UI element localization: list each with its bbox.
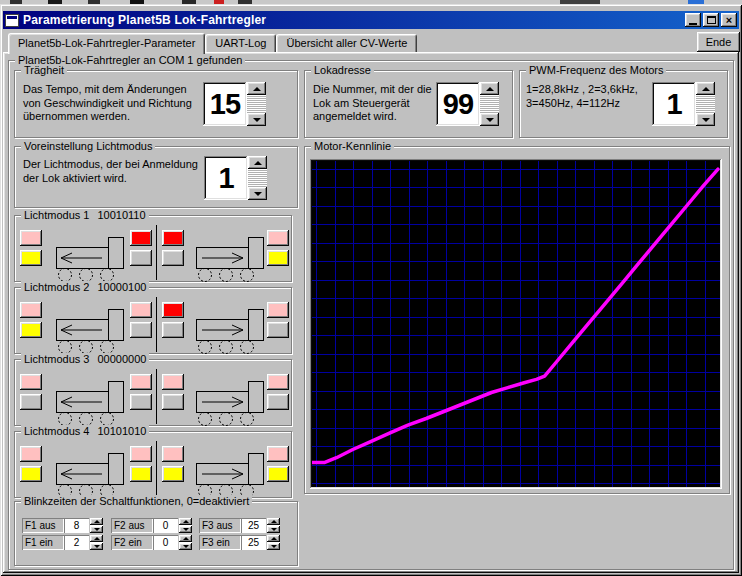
spin-up-button[interactable] bbox=[90, 535, 103, 542]
locomotive-left-icon bbox=[46, 302, 126, 354]
light-button[interactable] bbox=[130, 374, 152, 390]
pwm-spinner[interactable] bbox=[696, 82, 715, 126]
light-button[interactable] bbox=[20, 302, 42, 318]
lokadresse-value: 99 bbox=[436, 82, 480, 126]
spin-down-button[interactable] bbox=[90, 526, 103, 533]
spin-down-button[interactable] bbox=[247, 113, 266, 126]
f2-ein-spinner[interactable] bbox=[179, 535, 192, 550]
spin-down-button[interactable] bbox=[179, 543, 192, 550]
arrow-up-icon bbox=[254, 161, 262, 165]
lokadresse-spinner[interactable] bbox=[480, 82, 499, 126]
spin-down-button[interactable] bbox=[90, 543, 103, 550]
group-label: Lichtmodus 110010110 bbox=[21, 209, 149, 222]
tab-uart-log[interactable]: UART-Log bbox=[205, 34, 276, 52]
light-button[interactable] bbox=[130, 466, 152, 482]
lichtmodus-1-group: Lichtmodus 110010110 bbox=[14, 215, 292, 282]
light-button[interactable] bbox=[162, 322, 184, 338]
spin-up-button[interactable] bbox=[179, 535, 192, 542]
traegheit-description: Das Tempo, mit dem Änderungen von Geschw… bbox=[23, 83, 201, 124]
f2-aus-spinner[interactable] bbox=[179, 518, 192, 533]
light-button[interactable] bbox=[130, 446, 152, 462]
spin-down-button[interactable] bbox=[267, 543, 280, 550]
light-button[interactable] bbox=[267, 374, 289, 390]
light-button[interactable] bbox=[20, 394, 42, 410]
arrow-up-icon bbox=[183, 520, 189, 523]
divider bbox=[156, 225, 157, 280]
light-button[interactable] bbox=[267, 446, 289, 462]
loco-forward-panel bbox=[162, 444, 289, 498]
spinner-track[interactable] bbox=[696, 95, 715, 113]
light-button[interactable] bbox=[162, 446, 184, 462]
spin-down-button[interactable] bbox=[179, 526, 192, 533]
light-button[interactable] bbox=[162, 466, 184, 482]
spinner-track[interactable] bbox=[248, 169, 267, 187]
spinner-track[interactable] bbox=[480, 95, 499, 113]
light-button[interactable] bbox=[162, 302, 184, 318]
spin-up-button[interactable] bbox=[247, 82, 266, 95]
light-button[interactable] bbox=[162, 374, 184, 390]
light-button[interactable] bbox=[267, 230, 289, 246]
f3-ein-spinner[interactable] bbox=[267, 535, 280, 550]
maximize-button[interactable] bbox=[703, 13, 719, 27]
f1-aus-spinner[interactable] bbox=[90, 518, 103, 533]
locomotive-left-icon bbox=[46, 446, 126, 498]
spin-up-button[interactable] bbox=[696, 82, 715, 95]
group-label: PWM-Frequenz des Motors bbox=[526, 64, 666, 77]
light-button[interactable] bbox=[162, 250, 184, 266]
f2-aus-label: F2 aus bbox=[111, 518, 153, 533]
spin-down-button[interactable] bbox=[696, 113, 715, 126]
light-button[interactable] bbox=[20, 322, 42, 338]
light-button[interactable] bbox=[267, 302, 289, 318]
spin-up-button[interactable] bbox=[480, 82, 499, 95]
arrow-down-icon bbox=[183, 528, 189, 531]
lichtmodus-3-group: Lichtmodus 300000000 bbox=[14, 359, 292, 426]
voreinstellung-group: Voreinstellung Lichtmodus Der Lichtmodus… bbox=[14, 146, 298, 208]
light-button[interactable] bbox=[267, 394, 289, 410]
minimize-button[interactable] bbox=[685, 13, 701, 27]
light-button[interactable] bbox=[130, 230, 152, 246]
tab-parameter[interactable]: Planet5b-Lok-Fahrtregler-Parameter bbox=[8, 33, 205, 54]
arrow-up-icon bbox=[94, 537, 100, 540]
spin-up-button[interactable] bbox=[267, 535, 280, 542]
spin-down-button[interactable] bbox=[480, 113, 499, 126]
f3-aus-spinner[interactable] bbox=[267, 518, 280, 533]
light-button[interactable] bbox=[130, 322, 152, 338]
spin-down-button[interactable] bbox=[267, 526, 280, 533]
f1-ein-value: 2 bbox=[64, 535, 89, 550]
spin-up-button[interactable] bbox=[267, 518, 280, 525]
light-button[interactable] bbox=[130, 302, 152, 318]
ende-button[interactable]: Ende bbox=[697, 32, 740, 52]
spinner-track[interactable] bbox=[247, 95, 266, 113]
traegheit-value: 15 bbox=[203, 82, 247, 126]
spin-up-button[interactable] bbox=[248, 156, 267, 169]
light-button[interactable] bbox=[267, 466, 289, 482]
bit-pattern: 10000100 bbox=[97, 281, 146, 293]
lokadresse-description: Die Nummer, mit der die Lok am Steuerger… bbox=[313, 83, 437, 124]
light-button[interactable] bbox=[162, 394, 184, 410]
voreinstellung-value: 1 bbox=[204, 156, 248, 200]
light-button[interactable] bbox=[267, 250, 289, 266]
light-button[interactable] bbox=[130, 250, 152, 266]
light-button[interactable] bbox=[267, 322, 289, 338]
light-button[interactable] bbox=[20, 230, 42, 246]
locomotive-right-icon bbox=[186, 446, 266, 498]
light-button[interactable] bbox=[20, 446, 42, 462]
tab-cv-werte[interactable]: Übersicht aller CV-Werte bbox=[276, 34, 417, 52]
traegheit-spinner[interactable] bbox=[247, 82, 266, 126]
lichtmodus-4-group: Lichtmodus 410101010 bbox=[14, 431, 292, 498]
close-button[interactable]: × bbox=[721, 13, 737, 27]
voreinstellung-spinner[interactable] bbox=[248, 156, 267, 200]
light-button[interactable] bbox=[130, 394, 152, 410]
spin-down-button[interactable] bbox=[248, 187, 267, 200]
spin-up-button[interactable] bbox=[90, 518, 103, 525]
arrow-up-icon bbox=[702, 87, 710, 91]
light-button[interactable] bbox=[20, 374, 42, 390]
divider bbox=[156, 369, 157, 424]
group-label: Lichtmodus 210000100 bbox=[21, 281, 149, 294]
titlebar[interactable]: Parametrierung Planet5B Lok-Fahrtregler … bbox=[3, 11, 739, 29]
light-button[interactable] bbox=[20, 466, 42, 482]
f1-ein-spinner[interactable] bbox=[90, 535, 103, 550]
spin-up-button[interactable] bbox=[179, 518, 192, 525]
light-button[interactable] bbox=[162, 230, 184, 246]
light-button[interactable] bbox=[20, 250, 42, 266]
